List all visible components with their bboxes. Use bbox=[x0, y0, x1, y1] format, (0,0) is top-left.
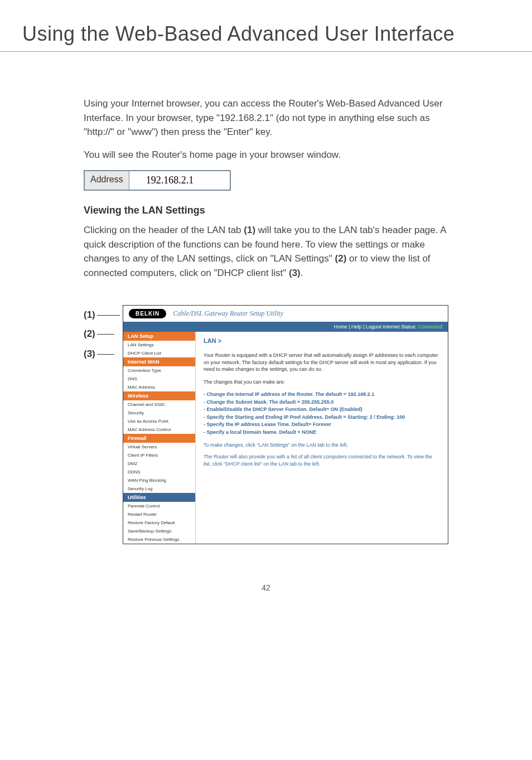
change-item-1: - Change the Subnet Mask. The default = … bbox=[204, 399, 440, 406]
change-item-4: - Specify the IP address Lease Time. Def… bbox=[204, 421, 440, 429]
address-label: Address bbox=[85, 171, 129, 190]
sidebar-save-backup[interactable]: Save/Backup Settings bbox=[123, 527, 195, 535]
intro-para-1: Using your Internet browser, you can acc… bbox=[84, 96, 448, 139]
sidebar-restart-router[interactable]: Restart Router bbox=[123, 510, 195, 519]
section-heading: Viewing the LAN Settings bbox=[84, 205, 448, 216]
sidebar-lan-setup[interactable]: LAN Setup bbox=[123, 332, 195, 341]
callout-3-label: (3) bbox=[84, 348, 95, 360]
instruction-2: The Router will also provide you with a … bbox=[204, 453, 440, 467]
change-item-0: - Change the Internal IP address of the … bbox=[204, 391, 440, 399]
instruction-1: To make changes, click "LAN Settings" on… bbox=[204, 442, 440, 449]
sidebar-channel-ssid[interactable]: Channel and SSID bbox=[123, 400, 195, 409]
sidebar-use-as-ap[interactable]: Use as Access Point bbox=[123, 417, 195, 425]
address-bar: Address 192.168.2.1 bbox=[84, 170, 231, 191]
changes-list: - Change the Internal IP address of the … bbox=[204, 391, 440, 436]
callout-3-line bbox=[97, 354, 114, 355]
callout-1: (1) bbox=[84, 309, 120, 321]
main-content: Using your Internet browser, you can acc… bbox=[0, 96, 532, 544]
breadcrumb: LAN > bbox=[204, 337, 440, 344]
address-bar-figure: Address 192.168.2.1 bbox=[84, 170, 448, 191]
sidebar-wireless[interactable]: Wireless bbox=[123, 391, 195, 400]
sidebar-client-ip-filters[interactable]: Client IP Filters bbox=[123, 451, 195, 459]
sidebar-ddns[interactable]: DDNS bbox=[123, 468, 195, 476]
section-text-a: Clicking on the header of the LAN tab bbox=[84, 225, 244, 235]
callout-2-label: (2) bbox=[84, 328, 95, 340]
sidebar-virtual-servers[interactable]: Virtual Servers bbox=[123, 443, 195, 451]
sidebar-restore-factory[interactable]: Restore Factory Default bbox=[123, 519, 195, 527]
internet-status: Connected bbox=[418, 324, 442, 330]
callout-2: (2) bbox=[84, 328, 114, 340]
belkin-logo: BELKIN bbox=[129, 309, 166, 318]
sidebar-dmz[interactable]: DMZ bbox=[123, 459, 195, 468]
callout-2-line bbox=[97, 334, 114, 335]
ref-3: (3) bbox=[289, 268, 301, 278]
sidebar-lan-settings[interactable]: LAN Settings bbox=[123, 341, 195, 349]
router-header: BELKIN Cable/DSL Gateway Router Setup Ut… bbox=[123, 306, 448, 322]
router-screenshot: BELKIN Cable/DSL Gateway Router Setup Ut… bbox=[123, 305, 448, 544]
callout-column: (1) (2) (3) bbox=[84, 305, 123, 544]
callout-1-label: (1) bbox=[84, 309, 95, 321]
router-description: Your Router is equipped with a DHCP serv… bbox=[204, 352, 440, 373]
sidebar-firewall[interactable]: Firewall bbox=[123, 434, 195, 443]
router-main-panel: LAN > Your Router is equipped with a DHC… bbox=[196, 332, 448, 544]
section-body: Clicking on the header of the LAN tab (1… bbox=[84, 223, 448, 280]
change-item-5: - Specify a local Domain Name. Default =… bbox=[204, 429, 440, 437]
router-sidebar: LAN Setup LAN Settings DHCP Client List … bbox=[123, 332, 196, 544]
callout-1-line bbox=[97, 315, 120, 316]
sidebar-security[interactable]: Security bbox=[123, 409, 195, 417]
sidebar-security-log[interactable]: Security Log bbox=[123, 485, 195, 493]
page-title: Using the Web-Based Advanced User Interf… bbox=[0, 22, 532, 52]
page-number: 42 bbox=[0, 583, 532, 592]
sidebar-restore-prev[interactable]: Restore Previous Settings bbox=[123, 535, 195, 544]
ref-2: (2) bbox=[335, 253, 347, 264]
ref-1: (1) bbox=[244, 225, 255, 235]
section-text-d: . bbox=[301, 268, 303, 278]
sidebar-internet-wan[interactable]: Internet WAN bbox=[123, 357, 195, 366]
change-item-3: - Specify the Starting and Ending IP Poo… bbox=[204, 414, 440, 422]
sidebar-dns[interactable]: DNS bbox=[123, 375, 195, 383]
intro-para-2: You will see the Router's home page in y… bbox=[84, 148, 448, 162]
router-title: Cable/DSL Gateway Router Setup Utility bbox=[173, 309, 283, 318]
sidebar-parental-control[interactable]: Parental Control bbox=[123, 502, 195, 510]
sidebar-wan-ping[interactable]: WAN Ping Blocking bbox=[123, 476, 195, 485]
sidebar-mac-address[interactable]: MAC Address bbox=[123, 383, 195, 391]
sidebar-mac-addr-ctrl[interactable]: MAC Address Control bbox=[123, 425, 195, 434]
router-body: LAN Setup LAN Settings DHCP Client List … bbox=[123, 332, 448, 544]
topbar-links[interactable]: Home | Help | Logout Internet Status: bbox=[334, 324, 418, 330]
router-topbar: Home | Help | Logout Internet Status: Co… bbox=[123, 322, 448, 332]
sidebar-dhcp-client-list[interactable]: DHCP Client List bbox=[123, 349, 195, 357]
sidebar-utilities[interactable]: Utilities bbox=[123, 493, 195, 502]
change-item-2: - Enable/Disable the DHCP Server Functio… bbox=[204, 406, 440, 414]
callout-3: (3) bbox=[84, 348, 114, 360]
address-value: 192.168.2.1 bbox=[129, 171, 230, 190]
sidebar-connection-type[interactable]: Connection Type bbox=[123, 366, 195, 375]
changes-intro: The changes that you can make are: bbox=[204, 379, 440, 386]
router-figure: (1) (2) (3) BELKIN Cable/DSL Gateway Rou… bbox=[84, 305, 448, 544]
